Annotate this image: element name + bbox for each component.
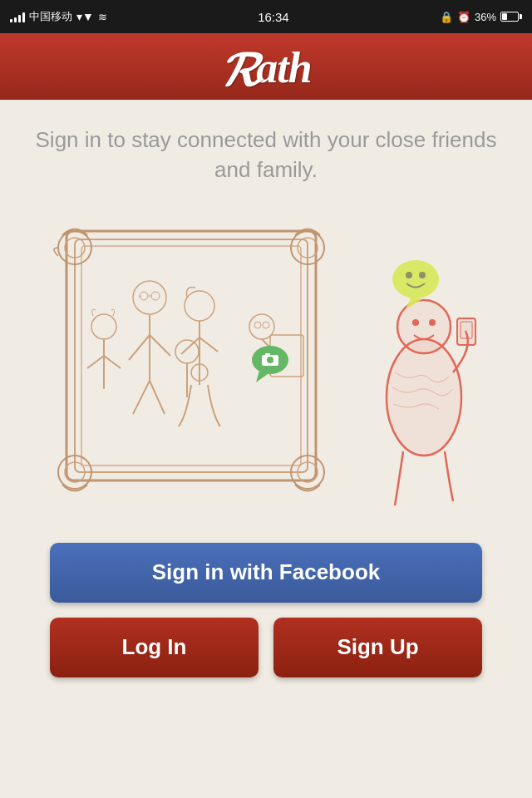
app-header: 𝓡ath bbox=[0, 33, 532, 100]
battery-icon bbox=[500, 12, 522, 22]
carrier-label: 中国移动 bbox=[29, 9, 72, 24]
svg-point-33 bbox=[263, 322, 269, 328]
status-left: 中国移动 ▾▼ ≋ bbox=[10, 9, 107, 24]
secondary-buttons-row: Log In Sign Up bbox=[50, 618, 482, 677]
svg-point-49 bbox=[392, 260, 439, 298]
svg-line-35 bbox=[104, 356, 121, 368]
svg-point-13 bbox=[151, 292, 160, 300]
svg-point-32 bbox=[254, 322, 261, 328]
buttons-area: Sign in with Facebook Log In Sign Up bbox=[33, 543, 499, 677]
svg-rect-42 bbox=[265, 353, 270, 356]
lock-icon: 🔒 bbox=[440, 11, 453, 23]
status-right: 🔒 ⏰ 36% bbox=[440, 11, 522, 23]
svg-line-29 bbox=[87, 356, 104, 368]
app-title: 𝓡ath bbox=[220, 38, 311, 95]
facebook-signin-button[interactable]: Sign in with Facebook bbox=[50, 543, 482, 603]
main-content: Sign in to stay connected with your clos… bbox=[0, 100, 532, 798]
svg-point-43 bbox=[387, 339, 461, 456]
battery-label: 36% bbox=[475, 11, 496, 23]
svg-point-46 bbox=[429, 319, 436, 326]
signal-icon bbox=[10, 11, 25, 22]
wifi-icon: ▾▼ bbox=[76, 10, 94, 23]
svg-point-24 bbox=[175, 340, 199, 363]
tagline: Sign in to stay connected with your clos… bbox=[33, 125, 499, 185]
signup-button[interactable]: Sign Up bbox=[273, 618, 482, 677]
svg-point-51 bbox=[406, 272, 412, 278]
alarm-icon: ⏰ bbox=[457, 11, 470, 23]
svg-line-23 bbox=[200, 337, 218, 352]
login-button[interactable]: Log In bbox=[50, 618, 259, 677]
svg-point-45 bbox=[412, 319, 419, 326]
illustration-area bbox=[33, 202, 499, 518]
status-bar: 中国移动 ▾▼ ≋ 16:34 🔒 ⏰ 36% bbox=[0, 0, 532, 33]
svg-rect-47 bbox=[457, 318, 475, 345]
illustration-svg bbox=[33, 202, 499, 518]
svg-point-21 bbox=[185, 291, 214, 321]
status-time: 16:34 bbox=[258, 10, 289, 24]
svg-line-19 bbox=[133, 381, 150, 414]
svg-line-17 bbox=[129, 335, 150, 360]
svg-line-20 bbox=[150, 381, 165, 414]
svg-point-11 bbox=[133, 281, 166, 314]
svg-point-44 bbox=[397, 300, 451, 353]
wifi-symbol: ≋ bbox=[98, 11, 107, 23]
svg-point-52 bbox=[419, 272, 426, 278]
svg-point-27 bbox=[91, 314, 116, 339]
svg-line-18 bbox=[150, 335, 170, 356]
svg-point-41 bbox=[267, 357, 273, 363]
svg-line-15 bbox=[139, 296, 141, 297]
